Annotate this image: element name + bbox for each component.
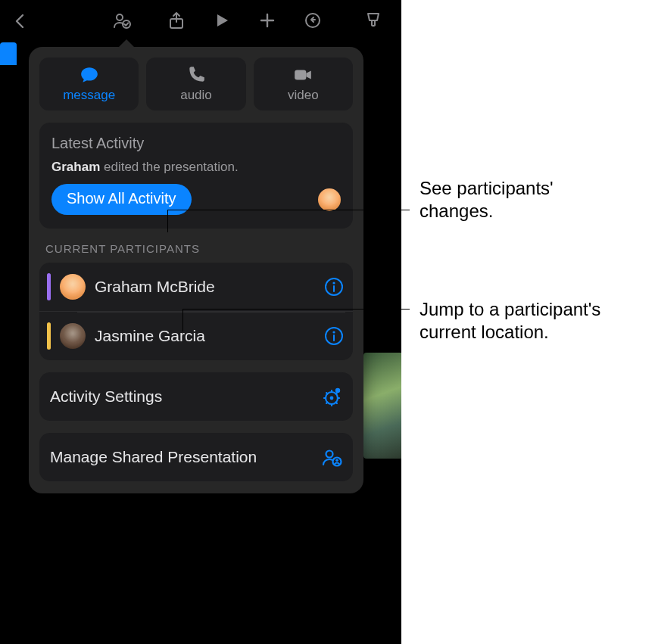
avatar [60, 274, 86, 300]
info-icon[interactable] [324, 277, 344, 297]
toolbar [0, 0, 401, 42]
callout-text: Jump to a participant's current location… [420, 298, 647, 344]
svg-point-6 [332, 282, 335, 284]
info-icon[interactable] [324, 326, 344, 346]
latest-activity-rest: edited the presentation. [100, 160, 238, 174]
segment-audio[interactable]: audio [146, 58, 245, 110]
segment-label: message [63, 88, 115, 103]
svg-point-8 [332, 331, 335, 333]
latest-activity-card: Latest Activity Graham edited the presen… [39, 123, 353, 229]
svg-rect-4 [295, 70, 306, 80]
people-share-icon [321, 446, 342, 468]
callout-line [182, 309, 183, 331]
contact-segment: message audio video [39, 58, 353, 110]
svg-point-14 [335, 459, 338, 462]
collaborate-icon[interactable] [112, 11, 132, 30]
collaboration-popover: message audio video Latest Activity Grah… [29, 47, 363, 493]
callout-line [182, 309, 410, 310]
segment-label: video [288, 88, 319, 103]
slide-image-preview [363, 353, 401, 459]
svg-point-11 [335, 388, 340, 393]
segment-label: audio [180, 88, 212, 103]
svg-point-0 [117, 14, 123, 20]
latest-activity-text: Graham edited the presentation. [51, 160, 341, 175]
undo-circle-icon[interactable] [303, 11, 323, 30]
participant-color-indicator [47, 322, 51, 350]
callout-text: See participants' changes. [420, 177, 616, 222]
participants-list: Graham McBride Jasmine Garcia [39, 263, 353, 360]
participant-name: Graham McBride [95, 278, 315, 296]
latest-activity-actor: Graham [51, 160, 100, 174]
back-icon[interactable] [11, 11, 30, 31]
callout-line [167, 210, 410, 210]
share-icon[interactable] [167, 11, 186, 30]
slide-thumbnail-selected[interactable] [0, 42, 17, 65]
callout-line [167, 210, 168, 232]
manage-shared-button[interactable]: Manage Shared Presentation [39, 433, 353, 481]
add-icon[interactable] [257, 11, 277, 30]
segment-video[interactable]: video [254, 58, 353, 110]
participant-name: Jasmine Garcia [95, 327, 315, 345]
svg-point-12 [326, 451, 333, 458]
settings-activity-icon [321, 386, 342, 407]
latest-activity-title: Latest Activity [51, 135, 341, 152]
participant-color-indicator [47, 273, 51, 300]
play-icon[interactable] [212, 11, 232, 30]
avatar [60, 323, 86, 349]
avatar [318, 188, 341, 211]
format-brush-icon[interactable] [363, 11, 383, 30]
participant-row[interactable]: Graham McBride [39, 263, 353, 311]
participant-row[interactable]: Jasmine Garcia [39, 311, 353, 360]
app-window: message audio video Latest Activity Grah… [0, 0, 401, 644]
participants-header: CURRENT PARTICIPANTS [45, 242, 353, 255]
segment-message[interactable]: message [39, 58, 139, 110]
svg-point-10 [330, 397, 334, 400]
activity-settings-button[interactable]: Activity Settings [39, 372, 353, 421]
